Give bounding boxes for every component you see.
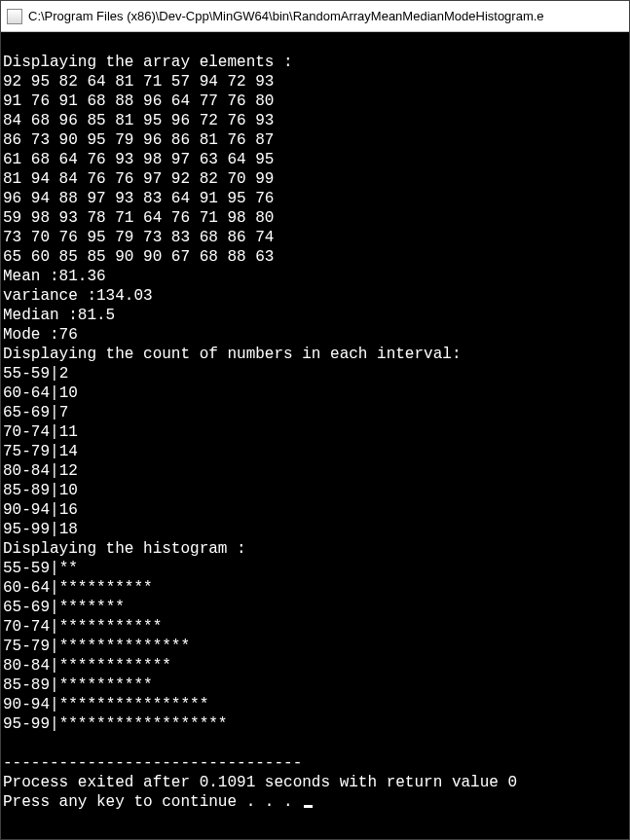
array-row: 65 60 85 85 90 90 67 68 88 63 bbox=[3, 248, 274, 266]
median-label: Median : bbox=[3, 307, 78, 324]
console-window: C:\Program Files (x86)\Dev-Cpp\MinGW64\b… bbox=[0, 0, 630, 840]
count-row: 75-79|14 bbox=[3, 443, 78, 460]
count-row: 95-99|18 bbox=[3, 521, 78, 538]
array-row: 61 68 64 76 93 98 97 63 64 95 bbox=[3, 151, 274, 168]
array-row: 92 95 82 64 81 71 57 94 72 93 bbox=[3, 73, 274, 91]
count-row: 85-89|10 bbox=[3, 482, 78, 499]
histogram-header: Displaying the histogram : bbox=[3, 540, 246, 558]
histogram-row: 60-64|********** bbox=[3, 579, 153, 597]
count-row: 90-94|16 bbox=[3, 501, 78, 519]
mode-label: Mode : bbox=[3, 326, 59, 344]
histogram-row: 70-74|*********** bbox=[3, 618, 162, 636]
array-row: 84 68 96 85 81 95 96 72 76 93 bbox=[3, 112, 274, 129]
process-exit-line: Process exited after 0.1091 seconds with… bbox=[3, 774, 517, 791]
mean-value: 81.36 bbox=[59, 268, 106, 285]
array-header: Displaying the array elements : bbox=[3, 54, 293, 71]
counts-header: Displaying the count of numbers in each … bbox=[3, 346, 461, 363]
median-value: 81.5 bbox=[78, 307, 115, 324]
mode-value: 76 bbox=[59, 326, 78, 344]
array-row: 96 94 88 97 93 83 64 91 95 76 bbox=[3, 190, 274, 207]
divider-line: -------------------------------- bbox=[3, 754, 302, 772]
title-bar[interactable]: C:\Program Files (x86)\Dev-Cpp\MinGW64\b… bbox=[1, 1, 629, 32]
histogram-row: 55-59|** bbox=[3, 560, 78, 577]
array-row: 86 73 90 95 79 96 86 81 76 87 bbox=[3, 131, 274, 149]
text-cursor bbox=[304, 805, 313, 808]
mean-label: Mean : bbox=[3, 268, 59, 285]
histogram-row: 75-79|************** bbox=[3, 638, 190, 655]
array-row: 91 76 91 68 88 96 64 77 76 80 bbox=[3, 92, 274, 110]
console-output[interactable]: Displaying the array elements : 92 95 82… bbox=[1, 32, 629, 839]
histogram-row: 65-69|******* bbox=[3, 599, 125, 616]
count-row: 70-74|11 bbox=[3, 423, 78, 441]
continue-prompt: Press any key to continue . . . bbox=[3, 793, 302, 811]
histogram-row: 85-89|********** bbox=[3, 676, 153, 694]
app-icon bbox=[7, 9, 22, 24]
array-row: 59 98 93 78 71 64 76 71 98 80 bbox=[3, 209, 274, 227]
histogram-row: 80-84|************ bbox=[3, 657, 171, 675]
array-row: 81 94 84 76 76 97 92 82 70 99 bbox=[3, 170, 274, 188]
window-title: C:\Program Files (x86)\Dev-Cpp\MinGW64\b… bbox=[28, 9, 623, 23]
count-row: 60-64|10 bbox=[3, 384, 78, 402]
variance-label: variance : bbox=[3, 287, 96, 305]
count-row: 80-84|12 bbox=[3, 462, 78, 480]
histogram-row: 90-94|**************** bbox=[3, 696, 208, 713]
count-row: 55-59|2 bbox=[3, 365, 68, 383]
histogram-row: 95-99|****************** bbox=[3, 715, 227, 733]
variance-value: 134.03 bbox=[96, 287, 153, 305]
count-row: 65-69|7 bbox=[3, 404, 68, 421]
array-row: 73 70 76 95 79 73 83 68 86 74 bbox=[3, 229, 274, 246]
